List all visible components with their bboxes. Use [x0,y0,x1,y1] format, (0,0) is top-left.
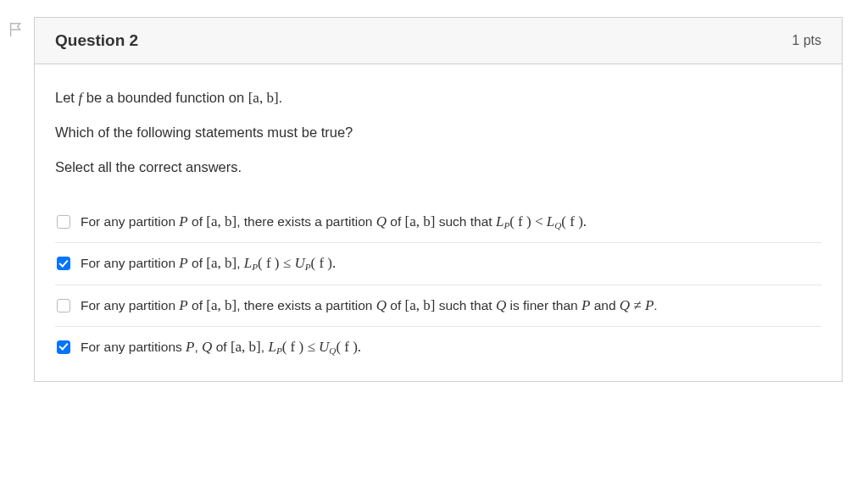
checkbox[interactable] [57,257,70,270]
text: of [212,340,231,354]
prompt-line-1: Let f be a bounded function on [a, b]. [55,86,821,109]
math-P: P [581,297,590,313]
option-4[interactable]: For any partitions P, Q of [a, b], LP( f… [55,326,821,368]
flag-icon[interactable] [7,20,27,41]
math-L: L [496,213,504,229]
text: such that [435,298,496,312]
math-Q: Q [496,297,506,313]
text: . [279,90,283,105]
math-L: L [268,339,275,355]
math-arg: ( f ) < [509,213,547,229]
math-P: P [186,339,194,355]
math-interval: [a, b] [248,90,279,106]
math-L: L [547,213,554,229]
math-arg: ( f ) ≤ [258,255,294,271]
prompt-line-2: Which of the following statements must b… [55,121,821,143]
text: of [188,214,207,229]
math-neq: ≠ [630,297,645,313]
option-text: For any partitions P, Q of [a, b], LP( f… [81,339,361,356]
text: and [590,298,619,312]
math-L: L [244,255,252,271]
question-body: Let f be a bounded function on [a, b]. W… [35,64,842,381]
option-2[interactable]: For any partition P of [a, b], LP( f ) ≤… [55,242,821,284]
checkbox[interactable] [57,340,70,354]
math-ab: [a, b] [206,297,236,313]
text: For any partition [81,256,179,270]
math-Q: Q [202,339,212,355]
option-1[interactable]: For any partition P of [a, b], there exi… [55,202,821,242]
text: Let [55,90,79,105]
math-Q: Q [376,297,387,313]
text: For any partition [81,214,179,229]
text: of [188,298,207,312]
math-ab: [a, b] [206,213,236,229]
math-arg: ( f ) ≤ [282,339,319,355]
question-points: 1 pts [792,33,821,48]
option-text: For any partition P of [a, b], there exi… [81,297,658,314]
checkbox[interactable] [57,215,70,229]
text: , [236,256,244,270]
math-ab: [a, b] [405,297,436,313]
math-arg: ( f ). [310,255,336,271]
option-text: For any partition P of [a, b], there exi… [81,213,587,230]
math-Q: Q [376,213,387,229]
math-ab: [a, b] [405,213,436,229]
math-U: U [294,255,304,271]
math-sub-P: P [276,346,282,356]
prompt-line-3: Select all the correct answers. [55,156,821,178]
math-ab: [a, b] [206,255,236,271]
checkbox[interactable] [57,299,70,312]
option-3[interactable]: For any partition P of [a, b], there exi… [55,285,821,326]
text: of [188,256,207,270]
math-arg: ( f ). [336,339,361,355]
math-P: P [179,213,187,229]
math-U: U [319,339,329,355]
text: For any partition [81,298,179,312]
text: such that [435,214,496,229]
text: of [387,214,405,229]
math-P: P [179,297,187,313]
question-header: Question 2 1 pts [35,18,842,64]
text: For any partitions [81,340,186,354]
question-card: Question 2 1 pts Let f be a bounded func… [34,17,843,382]
option-text: For any partition P of [a, b], LP( f ) ≤… [81,255,336,272]
math-arg: ( f ). [561,213,587,229]
text: is finer than [506,298,581,312]
text: of [387,298,405,312]
text: , there exists a partition [236,298,376,312]
question-title: Question 2 [55,31,138,50]
text: , there exists a partition [236,214,376,229]
text: . [654,298,657,312]
math-P: P [645,297,654,313]
options-list: For any partition P of [a, b], there exi… [55,202,821,368]
text: be a bounded function on [82,90,248,105]
math-P: P [179,255,187,271]
math-Q: Q [620,297,630,313]
math-ab: [a, b] [231,339,261,355]
text: , [194,340,202,354]
